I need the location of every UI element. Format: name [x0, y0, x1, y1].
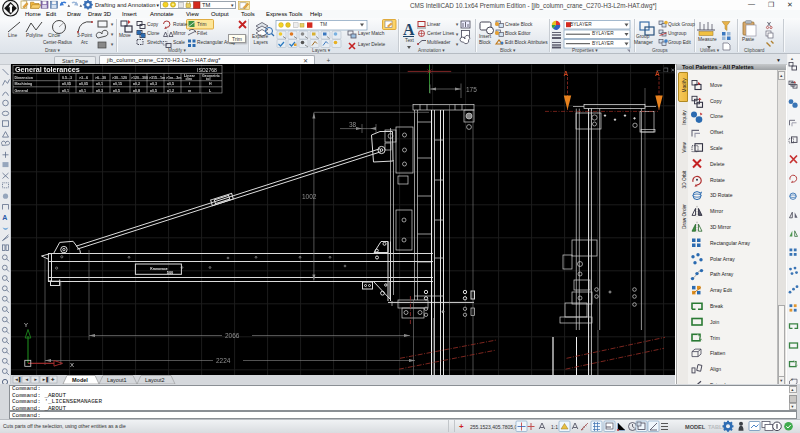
svg-text:Break: Break	[710, 303, 724, 309]
svg-text:X: X	[70, 362, 74, 368]
svg-text:±0,5: ±0,5	[167, 82, 174, 86]
svg-text:1:1: 1:1	[551, 424, 558, 430]
svg-text:►▌: ►▌	[42, 376, 50, 383]
svg-text:◄: ◄	[25, 377, 29, 382]
svg-text:Move: Move	[710, 82, 722, 88]
svg-text:>315...1m: >315...1m	[149, 76, 165, 80]
svg-text:►: ►	[34, 377, 38, 382]
svg-text:Offset: Offset	[710, 129, 724, 135]
svg-text:Align: Align	[710, 366, 721, 372]
svg-text:Rectangular Array: Rectangular Array	[710, 240, 751, 246]
svg-text:±0,05: ±0,05	[79, 82, 88, 86]
svg-text:▼: ▼	[110, 32, 114, 37]
svg-text:f: f	[189, 82, 191, 86]
svg-text:Kranovace: Kranovace	[150, 267, 167, 271]
svg-text:Mirror: Mirror	[710, 208, 723, 214]
svg-text:1002: 1002	[302, 193, 317, 200]
svg-text:H: H	[209, 82, 212, 86]
svg-text:±0,15: ±0,15	[113, 82, 122, 86]
svg-text:tol: tol	[206, 77, 210, 81]
svg-text:3D Rotate: 3D Rotate	[710, 192, 733, 198]
svg-text:±0,3: ±0,3	[96, 89, 103, 93]
svg-text:Model: Model	[72, 377, 88, 383]
svg-text:>3...6: >3...6	[79, 76, 88, 80]
svg-text:Geometric: Geometric	[202, 74, 220, 78]
svg-text:▼: ▼	[790, 377, 794, 382]
svg-text:Layout2: Layout2	[145, 377, 165, 383]
svg-text:0.5...3: 0.5...3	[62, 76, 72, 80]
svg-text:─: ─	[656, 67, 661, 73]
svg-text:Clone: Clone	[710, 113, 723, 119]
svg-text:±0,05: ±0,05	[62, 82, 71, 86]
svg-text:>30...120: >30...120	[112, 76, 127, 80]
svg-text:MODEL: MODEL	[685, 424, 706, 430]
svg-text:Delete: Delete	[710, 161, 725, 167]
svg-text:175: 175	[466, 86, 477, 93]
svg-text:±0,8: ±0,8	[133, 89, 140, 93]
svg-text:±0,5: ±0,5	[150, 89, 157, 93]
svg-text:Scale: Scale	[710, 145, 723, 151]
svg-text:▲: ▲	[790, 56, 794, 61]
svg-text:2224: 2224	[216, 357, 231, 364]
svg-text:±0,3: ±0,3	[150, 82, 157, 86]
svg-text:>6...30: >6...30	[95, 76, 106, 80]
svg-text:▼: ▼	[455, 32, 459, 37]
svg-text:General tolerances: General tolerances	[15, 65, 80, 74]
svg-text:Y: Y	[24, 322, 28, 328]
svg-text:✕: ✕	[671, 67, 676, 73]
svg-text:◄▌: ◄▌	[14, 376, 22, 383]
svg-text:ISO2768: ISO2768	[197, 67, 217, 73]
svg-text:Trim: Trim	[710, 335, 720, 341]
svg-text:3D Mirror: 3D Mirror	[710, 224, 731, 230]
svg-text:500: 500	[167, 270, 174, 275]
svg-text:±0,1: ±0,1	[62, 89, 69, 93]
svg-text:±1,2: ±1,2	[167, 89, 174, 93]
svg-text:>1m...2m: >1m...2m	[166, 76, 181, 80]
svg-text:±0,5: ±0,5	[113, 89, 120, 93]
svg-text:▼: ▼	[455, 22, 459, 27]
svg-text:±0,1: ±0,1	[79, 89, 86, 93]
svg-text:General: General	[15, 89, 28, 93]
svg-text:Path Array: Path Array	[710, 271, 734, 277]
svg-text:dim: dim	[186, 77, 192, 81]
svg-text:Array Edit: Array Edit	[710, 287, 733, 293]
svg-text:✚: ✚	[51, 377, 55, 382]
svg-text:±0,1: ±0,1	[96, 82, 103, 86]
svg-text:A: A	[2, 213, 7, 220]
svg-text:Machining: Machining	[15, 82, 33, 86]
svg-text:38: 38	[349, 121, 357, 128]
svg-text:Dimension: Dimension	[15, 76, 33, 80]
svg-text:▼: ▼	[110, 22, 114, 27]
svg-text:A: A	[564, 70, 569, 77]
svg-text:❐: ❐	[664, 67, 669, 73]
svg-text:Copy: Copy	[710, 98, 722, 104]
svg-text:>120...300: >120...300	[131, 76, 148, 80]
svg-text:▼: ▼	[110, 42, 114, 47]
svg-text:2066: 2066	[225, 332, 240, 339]
svg-text:±0,2: ±0,2	[133, 82, 140, 86]
svg-text:L: L	[209, 89, 212, 93]
svg-text:Rotate: Rotate	[710, 177, 725, 183]
svg-text:Polar Array: Polar Array	[710, 256, 735, 262]
svg-text:▼: ▼	[455, 42, 459, 47]
svg-text:A: A	[403, 21, 415, 38]
svg-text:Layout1: Layout1	[107, 377, 127, 383]
svg-text:m: m	[188, 89, 191, 93]
svg-text:Flatten: Flatten	[710, 350, 726, 356]
svg-text:Join: Join	[710, 319, 719, 325]
